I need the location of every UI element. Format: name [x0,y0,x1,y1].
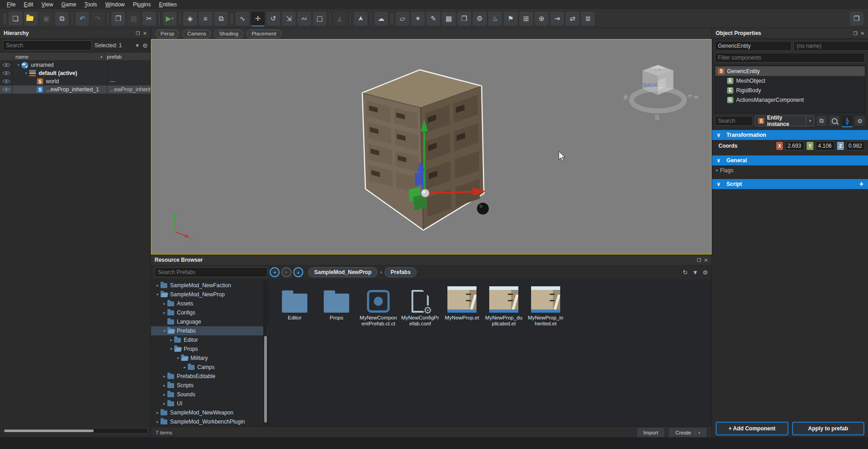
entity-name-field[interactable] [793,41,868,51]
chevron-icon[interactable]: ▸ [182,365,188,369]
play-icon[interactable]: ▶▾ [163,12,176,25]
folder-row-samplemod-newweapon[interactable]: ▸SampleMod_NewWeapon [151,408,268,417]
filter-icon[interactable]: ▼ [692,269,698,276]
menu-game[interactable]: Game [57,0,80,9]
menu-entities[interactable]: Entities [155,0,181,9]
chevron-icon[interactable]: ▾ [168,347,174,351]
open-external-icon[interactable]: ⧉ [816,115,827,126]
script-file-icon[interactable]: ≣ [581,12,595,25]
hierarchy-row-unnamed[interactable]: ▾unnamed [0,61,151,69]
drag-handle[interactable] [230,13,233,24]
chevron-icon[interactable]: ▸ [161,374,167,379]
eye-icon[interactable] [3,70,10,76]
lattice-icon[interactable]: ▦ [442,12,456,25]
chevron-icon[interactable]: ▸ [155,419,161,424]
section-transformation[interactable]: ∨ Transformation [712,130,868,140]
panel-toggle-icon[interactable]: ❒ [850,12,863,25]
bounding-volume-icon[interactable]: ◈ [183,12,197,25]
chevron-icon[interactable]: ▸ [161,383,167,388]
shuffle-icon[interactable]: ⇄ [566,12,579,25]
drag-handle[interactable] [3,13,6,24]
copy-icon[interactable]: ❐ [111,12,125,25]
folder-row-editor[interactable]: ▸Editor [151,335,268,344]
chevron-icon[interactable]: ▸ [161,310,167,315]
menu-edit[interactable]: Edit [20,0,37,9]
menu-view[interactable]: View [37,0,57,9]
menu-window[interactable]: Window [101,0,129,9]
tree-vscrollbar[interactable] [263,281,267,425]
section-general[interactable]: ∨ General [712,155,868,165]
prefab-column-header[interactable]: prefab [105,54,151,60]
magic-wand-icon[interactable]: ✶ [411,12,425,25]
file-item-mynewprop-duplicated-et[interactable]: MyNewProp_duplicated.et [483,284,525,327]
file-item-mynewprop-inherited-et[interactable]: MyNewProp_inherited.et [525,284,567,327]
chevron-icon[interactable]: ▸ [155,283,161,288]
resource-search-input[interactable] [155,267,267,277]
packages-icon[interactable]: ⊞ [519,12,533,25]
scrollbar-thumb[interactable] [4,429,94,432]
orientation-gizmo[interactable]: TOP BACK W E S m [620,57,702,130]
filter-icon[interactable]: ▼ [135,43,140,48]
flags-group[interactable]: ▾ Flags [712,165,868,175]
entity-instance-dropdown[interactable]: S Entity instance ▾ [755,115,814,126]
file-item-mynewcomponentprefab-ct-ct[interactable]: MyNewComponentPrefab.ct.ct [357,284,399,327]
eye-icon[interactable] [3,62,10,68]
chevron-icon[interactable]: ▸ [161,301,167,306]
hierarchy-search-input[interactable] [3,40,92,50]
coord-x-value[interactable]: 2.693 [785,141,804,150]
chevron-icon[interactable]: ▾ [161,329,167,333]
chevron-icon[interactable]: ▾ [175,356,181,360]
ruler-icon[interactable]: ▱ [396,12,409,25]
duplicate-node-icon[interactable]: ⧉ [214,12,228,25]
breadcrumb-prefabs[interactable]: Prefabs [385,267,416,277]
hierarchy-hscrollbar[interactable] [3,428,148,434]
layers-icon[interactable]: ≡ [199,12,212,25]
coord-z-value[interactable]: 0.982 [846,141,865,150]
weather-icon[interactable]: ☁ [374,12,388,25]
back-icon[interactable]: ◄ [270,267,280,277]
folder-row-sounds[interactable]: ▸Sounds [151,390,268,399]
close-icon[interactable]: ✕ [861,31,864,36]
component-row-rigidbody[interactable]: ERigidBody [715,85,865,95]
folder-row-samplemod-newprop[interactable]: ▾SampleMod_NewProp [151,290,268,299]
chevron-icon[interactable]: ▾ [155,292,161,297]
file-item-props[interactable]: Props [316,284,357,327]
gear-icon[interactable]: ⚙ [702,269,708,276]
undo-icon[interactable]: ↶ [75,12,89,25]
folder-row-prefabseditable[interactable]: ▸PrefabsEditable [151,372,268,381]
file-item-mynewconfigprefab-conf[interactable]: MyNewConfigPrefab.conf [399,284,441,327]
chevron-icon[interactable]: ▾ [23,71,29,75]
export-file-icon[interactable]: ⇥ [550,12,564,25]
section-script[interactable]: ∨ Script + [712,179,868,189]
folder-row-props[interactable]: ▾Props [151,344,268,354]
map-icon[interactable]: ⚑ [504,12,517,25]
eye-icon[interactable] [3,78,10,85]
drag-handle[interactable] [390,13,393,24]
new-file-icon[interactable]: ❏ [9,12,22,25]
folder-row-camps[interactable]: ▸Camps [151,363,268,372]
open-folder-icon[interactable] [24,12,38,25]
hierarchy-row-ewprop-inherited-1[interactable]: S...ewProp_inherited_1...ewProp_inherit [0,85,151,94]
folder-row-scripts[interactable]: ▸Scripts [151,381,268,390]
settings-gears-icon[interactable]: ⚙ [473,12,487,25]
hierarchy-row-world[interactable]: Sworld--- [0,77,151,85]
folder-row-military[interactable]: ▾Military [151,354,268,363]
hierarchy-row-default-active[interactable]: ▾default (active) [0,69,151,77]
add-component-button[interactable]: + Add Component [716,422,788,435]
eye-icon[interactable] [3,86,10,93]
import-button[interactable]: Import [637,427,665,438]
float-icon[interactable]: ❐ [853,31,858,36]
viewport-pill-camera[interactable]: Camera [182,30,211,38]
gizmo-origin-handle[interactable] [421,189,429,197]
folder-row-configs[interactable]: ▸Configs [151,308,268,317]
property-search-input[interactable] [715,116,753,126]
folder-row-prefabs[interactable]: ▾Prefabs [151,326,268,335]
component-row-genericentity[interactable]: SGenericEntity [715,66,865,76]
marquee-select-icon[interactable]: ▢ [313,12,326,25]
component-row-meshobject[interactable]: EMeshObject [715,76,865,85]
folder-row-language[interactable]: Language [151,317,268,326]
open-external-icon[interactable]: ⧉ [55,12,69,25]
float-icon[interactable]: ❐ [697,258,701,263]
folder-row-assets[interactable]: ▸Assets [151,299,268,308]
refresh-icon[interactable]: ↻ [683,269,688,276]
